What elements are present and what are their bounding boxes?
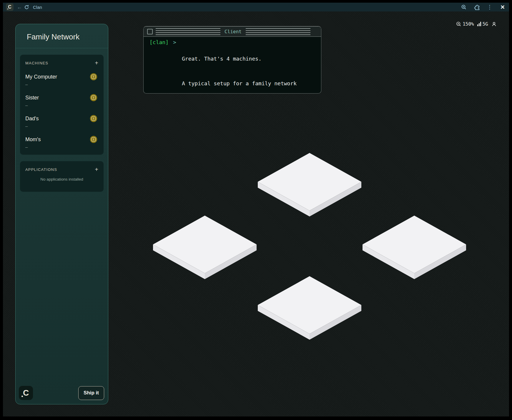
sidebar: Family Network MACHINES + My Computer – … bbox=[15, 24, 108, 404]
reload-button[interactable] bbox=[23, 4, 30, 11]
machine-warning-icon: ! bbox=[90, 136, 97, 143]
signal-strength-icon bbox=[477, 22, 481, 26]
machine-warning-icon: ! bbox=[90, 115, 97, 122]
machine-status-dash: – bbox=[25, 124, 98, 129]
machine-warning-icon: ! bbox=[90, 73, 97, 80]
machine-warning-icon: ! bbox=[90, 94, 97, 101]
machine-row[interactable]: My Computer – ! bbox=[25, 74, 98, 87]
zoom-level-value: 150% bbox=[463, 21, 474, 27]
extensions-button[interactable] bbox=[473, 4, 480, 11]
kebab-menu-icon: ⋮ bbox=[487, 4, 492, 10]
clan-logo-glyph: C bbox=[23, 389, 29, 397]
client-window: Client [clan] > Great. That's 4 machines… bbox=[143, 26, 321, 94]
machine-row[interactable]: Dad's – ! bbox=[25, 115, 98, 129]
clan-logo-glyph: C bbox=[8, 5, 11, 9]
titlebar-stripes-right bbox=[246, 28, 310, 35]
terminal-message: Great. That's 4 machines. A typical setu… bbox=[182, 38, 312, 94]
terminal-line: Great. That's 4 machines. bbox=[182, 55, 312, 63]
client-titlebar[interactable]: Client bbox=[144, 26, 321, 37]
browser-menu-button[interactable]: ⋮ bbox=[486, 4, 493, 11]
ship-it-label: Ship it bbox=[84, 390, 99, 396]
close-window-button[interactable]: × bbox=[499, 4, 506, 11]
applications-card: APPLICATIONS + No applications installed bbox=[20, 161, 104, 192]
puzzle-piece-icon bbox=[474, 4, 480, 10]
machine-status-dash: – bbox=[25, 145, 98, 149]
zoom-level-icon bbox=[456, 21, 461, 27]
machine-row[interactable]: Mom's – ! bbox=[25, 136, 98, 149]
back-icon: ← bbox=[17, 4, 22, 10]
add-application-button[interactable]: + bbox=[95, 166, 98, 172]
ship-it-button[interactable]: Ship it bbox=[78, 386, 104, 400]
machine-tile-top[interactable] bbox=[258, 153, 361, 216]
main-canvas: 150% 5G Client [clan] > Great. That's 4 … bbox=[3, 11, 509, 416]
machines-header: MACHINES bbox=[25, 61, 48, 65]
machine-tile-left[interactable] bbox=[153, 216, 257, 279]
machine-status-dash: – bbox=[25, 82, 98, 87]
clan-logo: C bbox=[19, 386, 33, 400]
network-type: 5G bbox=[483, 21, 488, 27]
machine-status-dash: – bbox=[25, 103, 98, 108]
prompt-symbol: > bbox=[173, 38, 176, 94]
applications-empty-text: No applications installed bbox=[25, 177, 98, 181]
client-window-title: Client bbox=[225, 29, 242, 34]
close-icon: × bbox=[501, 4, 505, 11]
back-button[interactable]: ← bbox=[16, 4, 23, 11]
window-control-icon[interactable] bbox=[147, 29, 153, 34]
zoom-indicator-button[interactable] bbox=[460, 4, 467, 11]
tab-title: Clan bbox=[33, 5, 42, 10]
terminal-output: [clan] > Great. That's 4 machines. A typ… bbox=[144, 37, 321, 94]
clan-favicon: C bbox=[6, 3, 14, 11]
user-icon bbox=[491, 21, 497, 27]
machines-card: MACHINES + My Computer – ! Sister – ! bbox=[20, 55, 104, 155]
applications-header: APPLICATIONS bbox=[25, 167, 57, 172]
status-indicators: 150% 5G bbox=[456, 21, 497, 27]
terminal-line: A typical setup for a family network bbox=[182, 79, 312, 88]
add-machine-button[interactable]: + bbox=[95, 60, 98, 66]
titlebar-stripes-left bbox=[156, 28, 220, 35]
machine-name: Sister bbox=[25, 94, 98, 101]
machine-tile-right[interactable] bbox=[363, 216, 466, 279]
machine-row[interactable]: Sister – ! bbox=[25, 94, 98, 108]
reload-icon bbox=[24, 5, 29, 10]
clan-logo-dot bbox=[21, 396, 23, 397]
machine-name: My Computer bbox=[25, 74, 98, 80]
prompt-label: [clan] bbox=[149, 38, 169, 94]
machine-name: Mom's bbox=[25, 136, 98, 143]
browser-topbar: C ← Clan bbox=[3, 3, 509, 11]
page-title: Family Network bbox=[16, 24, 108, 48]
clan-logo-dot bbox=[7, 9, 8, 9]
machine-tile-bottom[interactable] bbox=[258, 276, 361, 340]
zoom-in-icon bbox=[461, 4, 467, 10]
app-window: C ← Clan bbox=[0, 0, 512, 420]
machine-name: Dad's bbox=[25, 115, 98, 122]
